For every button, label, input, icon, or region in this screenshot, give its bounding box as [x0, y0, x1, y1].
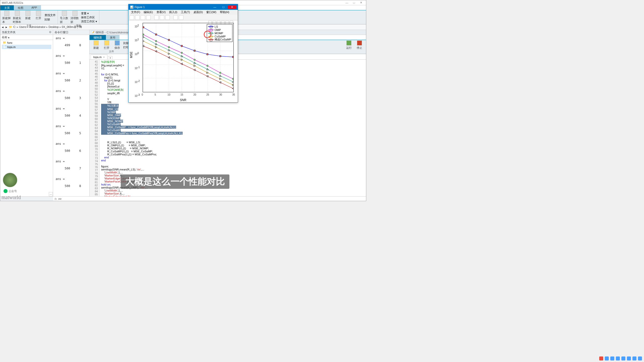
- import-icon: [62, 11, 67, 16]
- compare-button[interactable]: 比较: [45, 18, 56, 21]
- tray-icon[interactable]: [610, 356, 614, 360]
- tray-icon[interactable]: [621, 356, 625, 360]
- new-icon: [25, 11, 30, 16]
- folder-icon: 📁: [3, 41, 6, 44]
- fig-open-icon[interactable]: [135, 15, 140, 20]
- ylabel: MSE: [130, 52, 133, 58]
- figure-menu-item[interactable]: 桌面(D): [192, 10, 204, 15]
- maximize-button[interactable]: □: [350, 1, 357, 4]
- editor-tab-publish[interactable]: 发布: [106, 35, 119, 40]
- stop-button[interactable]: 停止: [355, 40, 364, 50]
- close-tab-icon[interactable]: ×: [103, 56, 105, 59]
- folder-item[interactable]: 📄tops.m: [2, 45, 51, 49]
- play-icon: [346, 40, 351, 46]
- svg-rect-15: [155, 34, 157, 35]
- fig-insert-icon[interactable]: [179, 15, 183, 20]
- plus-icon: [94, 40, 99, 46]
- clear-ws-button[interactable]: 清空工作区 ▾: [81, 20, 97, 23]
- new-button[interactable]: 新建: [23, 11, 32, 24]
- collapse-chevron-icon[interactable]: ︿: [49, 192, 53, 196]
- clean-button[interactable]: 清理数据: [70, 11, 79, 24]
- tray-icon[interactable]: [605, 356, 609, 360]
- figure-menu-item[interactable]: 查看(V): [155, 10, 167, 15]
- legend-item[interactable]: LS: [208, 25, 231, 28]
- current-folder-pane: 当前文件夹⊙ 名称 ▴ 📁func📄tops.m: [0, 30, 53, 196]
- legend[interactable]: LSOMPMOMPCoSaMP稀疏CoSaMP: [207, 24, 232, 42]
- back-icon[interactable]: ◄: [1, 26, 4, 29]
- fig-min-button[interactable]: —: [211, 6, 219, 9]
- svg-rect-16: [168, 39, 170, 41]
- col-name[interactable]: 名称 ▴: [2, 35, 10, 39]
- ime-icon[interactable]: [599, 356, 603, 360]
- minimize-button[interactable]: —: [343, 1, 350, 4]
- figure-window[interactable]: 📊 Figure 1 — □ ✕ 文件(F)编辑(E)查看(V)插入(I)工具(…: [128, 4, 238, 103]
- svg-marker-30: [143, 36, 144, 38]
- fig-layout1-icon[interactable]: [160, 15, 164, 20]
- fig-new-icon[interactable]: [130, 15, 134, 20]
- svg-point-26: [194, 59, 195, 61]
- tray-icon[interactable]: [616, 356, 620, 360]
- editor-tab-edit[interactable]: 编辑器: [90, 35, 106, 40]
- close-button[interactable]: ✕: [357, 1, 365, 4]
- open-button[interactable]: 打开: [34, 11, 43, 24]
- figure-icon: 📊: [130, 6, 134, 9]
- fig-arrow-icon[interactable]: [173, 15, 178, 20]
- ribbon-tab-plot[interactable]: 绘图: [14, 5, 27, 10]
- new-tab-button[interactable]: +: [108, 56, 112, 59]
- fig-link-icon[interactable]: [154, 15, 159, 20]
- figure-titlebar[interactable]: 📊 Figure 1 — □ ✕: [129, 4, 238, 10]
- axes[interactable]: LSOMPMOMPCoSaMP稀疏CoSaMP: [143, 23, 234, 92]
- figure-menu-item[interactable]: 编辑(E): [142, 10, 154, 15]
- fig-save-icon[interactable]: [141, 15, 145, 20]
- figure-menubar: 文件(F)编辑(E)查看(V)插入(I)工具(T)桌面(D)窗口(W)帮助(H): [129, 10, 238, 15]
- legend-item[interactable]: 稀疏CoSaMP: [208, 38, 231, 41]
- svg-point-28: [220, 72, 221, 73]
- svg-point-22: [143, 34, 144, 35]
- svg-rect-20: [220, 55, 221, 57]
- ribbon-tab-home[interactable]: 主页: [0, 5, 14, 10]
- var-dropdown[interactable]: 变量 ▾: [81, 12, 97, 15]
- pane-opts-icon[interactable]: ⊙: [49, 30, 51, 34]
- fig-max-button[interactable]: □: [219, 6, 228, 9]
- folder-icon[interactable]: 📁: [9, 25, 12, 29]
- figure-menu-item[interactable]: 窗口(W): [205, 10, 218, 15]
- figure-menu-item[interactable]: 工具(T): [179, 10, 191, 15]
- command-output[interactable]: ans = 499 8 ans = 500 1 ans = 500 2 ans …: [53, 35, 89, 196]
- legend-item[interactable]: OMP: [208, 28, 231, 31]
- new-livescript-button[interactable]: 新建实时脚本: [13, 11, 22, 24]
- ribbon-tab-app[interactable]: APP: [27, 5, 41, 10]
- command-prompt[interactable]: fx >>: [53, 196, 366, 201]
- figure-menu-item[interactable]: 帮助(H): [218, 10, 231, 15]
- fwd-icon[interactable]: ►: [5, 26, 8, 29]
- system-tray: [599, 356, 642, 360]
- ribbon-group-file: 新建脚本 新建实时脚本 新建 打开 查找文件 比较 文件: [0, 10, 58, 24]
- folder-item[interactable]: 📁func: [2, 40, 51, 45]
- clean-icon: [72, 11, 77, 16]
- line-gutter: 41 42 43 44 45 46 47 48 49 50 51 52 53 5…: [90, 60, 100, 196]
- new-live-icon: [15, 11, 20, 16]
- tray-icon[interactable]: [638, 356, 642, 360]
- subtitle-caption: 大概是这么一个性能对比: [121, 174, 229, 189]
- ed-open-button[interactable]: 打开: [102, 40, 111, 50]
- path-segments[interactable]: C: ▸ Users ▸ Administrator ▸ Desktop ▸ 0…: [13, 25, 82, 29]
- fig-print-icon[interactable]: [146, 15, 151, 20]
- save-ws-button[interactable]: 保存工作区: [81, 16, 97, 19]
- fig-layout2-icon[interactable]: [165, 15, 170, 20]
- tray-icon[interactable]: [627, 356, 631, 360]
- figure-menu-item[interactable]: 文件(F): [130, 10, 142, 15]
- file-tab-tops[interactable]: tops.m ×: [91, 55, 107, 59]
- new-script-button[interactable]: 新建脚本: [2, 11, 11, 24]
- fig-close-button[interactable]: ✕: [228, 6, 236, 9]
- figure-canvas[interactable]: MSE SNR LSOMPMOMPCoSaMP稀疏CoSaMP 10210110…: [129, 20, 238, 102]
- figure-menu-item[interactable]: 插入(I): [168, 10, 179, 15]
- find-files-button[interactable]: 查找文件: [45, 13, 56, 17]
- wechat-icon: [4, 189, 8, 193]
- run-button[interactable]: 运行: [344, 40, 353, 50]
- svg-point-23: [155, 40, 157, 42]
- legend-item[interactable]: MOMP: [208, 31, 231, 35]
- ed-new-button[interactable]: 新建: [92, 40, 101, 50]
- ed-save-button[interactable]: 保存: [113, 40, 122, 50]
- tray-icon[interactable]: [632, 356, 636, 360]
- import-button[interactable]: 导入数据: [60, 11, 69, 24]
- command-window-header: 命令行窗口: [53, 30, 89, 35]
